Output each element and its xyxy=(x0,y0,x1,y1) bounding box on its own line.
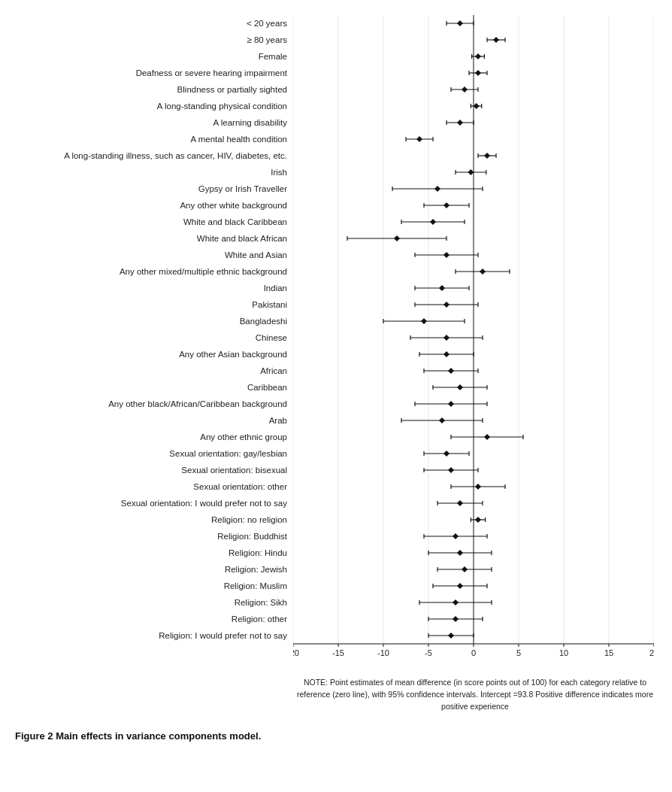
point-estimate xyxy=(475,70,481,76)
x-axis-tick-label: 15 xyxy=(604,648,613,657)
point-estimate xyxy=(475,517,481,523)
row-label: Gypsy or Irish Traveller xyxy=(198,181,287,197)
point-estimate xyxy=(457,20,463,26)
row-label: African xyxy=(260,363,287,379)
row-label: A long-standing physical condition xyxy=(157,98,287,114)
point-estimate xyxy=(462,566,468,572)
row-label: Religion: no religion xyxy=(211,511,287,528)
row-label: Pakistani xyxy=(252,296,287,313)
point-estimate xyxy=(394,235,400,241)
row-label: A learning disability xyxy=(213,114,287,131)
point-estimate xyxy=(457,384,463,390)
row-label: Religion: Hindu xyxy=(229,545,287,561)
x-axis-tick-label: -5 xyxy=(425,648,432,657)
point-estimate xyxy=(457,500,463,506)
row-label: Religion: Sikh xyxy=(235,594,287,611)
row-label: Sexual orientation: other xyxy=(193,478,287,495)
row-label: Female xyxy=(259,48,287,65)
point-estimate xyxy=(439,285,445,291)
row-label: Religion: Jewish xyxy=(225,561,287,578)
point-estimate xyxy=(430,219,436,225)
point-estimate xyxy=(448,467,454,473)
point-estimate xyxy=(421,318,427,324)
point-estimate xyxy=(480,269,486,275)
figure-caption: Figure 2 Main effects in variance compon… xyxy=(15,730,261,742)
point-estimate xyxy=(443,202,450,208)
row-label: White and black African xyxy=(197,230,287,247)
row-label: Bangladeshi xyxy=(240,313,287,329)
x-axis-tick-label: 20 xyxy=(649,648,654,657)
row-label: Caribbean xyxy=(247,379,287,396)
row-label: Any other mixed/multiple ethnic backgrou… xyxy=(120,263,287,280)
point-estimate xyxy=(443,351,450,357)
row-label: Sexual orientation: gay/lesbian xyxy=(169,445,287,462)
forest-plot-svg: -20-15-10-505101520 xyxy=(293,15,654,666)
point-estimate xyxy=(453,616,459,622)
plot-area: < 20 years≥ 80 yearsFemaleDeafness or se… xyxy=(15,15,657,666)
point-estimate xyxy=(475,53,481,59)
x-axis-tick-label: -15 xyxy=(332,648,344,657)
point-estimate xyxy=(457,583,463,589)
row-label: Religion: other xyxy=(232,611,287,627)
point-estimate xyxy=(493,37,499,43)
point-estimate xyxy=(453,599,459,605)
row-label: Blindness or partially sighted xyxy=(177,81,287,98)
point-estimate xyxy=(448,401,454,407)
point-estimate xyxy=(475,484,481,490)
row-label: A long-standing illness, such as cancer,… xyxy=(64,147,287,164)
point-estimate xyxy=(443,252,450,258)
row-label: Irish xyxy=(271,164,287,181)
graph-column: -20-15-10-505101520 xyxy=(293,15,657,666)
x-axis-tick-label: 5 xyxy=(516,648,521,657)
row-label: Any other black/African/Caribbean backgr… xyxy=(108,396,287,412)
x-axis-tick-label: 10 xyxy=(559,648,568,657)
point-estimate xyxy=(416,136,422,142)
row-label: < 20 years xyxy=(247,15,287,32)
point-estimate xyxy=(462,86,468,93)
point-estimate xyxy=(453,533,459,539)
point-estimate xyxy=(443,451,450,457)
point-estimate xyxy=(443,302,450,308)
point-estimate xyxy=(484,434,490,440)
row-label: Religion: I would prefer not to say xyxy=(159,627,287,644)
point-estimate xyxy=(448,633,454,639)
point-estimate xyxy=(484,153,490,159)
row-label: Arab xyxy=(269,412,287,429)
point-estimate xyxy=(439,417,445,423)
row-label: Any other ethnic group xyxy=(200,429,287,445)
row-label: Indian xyxy=(264,280,287,296)
row-label: Religion: Buddhist xyxy=(217,528,287,545)
row-label: ≥ 80 years xyxy=(247,32,287,48)
point-estimate xyxy=(468,169,474,175)
point-estimate xyxy=(474,103,480,109)
labels-column: < 20 years≥ 80 yearsFemaleDeafness or se… xyxy=(15,15,293,666)
x-axis-tick-label: 0 xyxy=(471,648,476,657)
row-label: Religion: Muslim xyxy=(224,578,287,594)
point-estimate xyxy=(434,186,440,192)
point-estimate xyxy=(443,335,450,341)
chart-note: NOTE: Point estimates of mean difference… xyxy=(293,677,657,712)
point-estimate xyxy=(448,368,454,374)
point-estimate xyxy=(457,550,463,556)
row-label: Deafness or severe hearing impairment xyxy=(136,65,287,81)
row-label: White and black Caribbean xyxy=(183,214,287,230)
row-label: Chinese xyxy=(256,329,287,346)
chart-container: < 20 years≥ 80 yearsFemaleDeafness or se… xyxy=(15,15,657,742)
x-axis-tick-label: -10 xyxy=(377,648,389,657)
x-axis-tick-label: -20 xyxy=(293,648,299,657)
row-label: Any other Asian background xyxy=(179,346,287,363)
row-label: Any other white background xyxy=(180,197,287,214)
row-label: Sexual orientation: I would prefer not t… xyxy=(121,495,287,511)
point-estimate xyxy=(457,120,463,126)
row-label: A mental health condition xyxy=(190,131,287,147)
row-label: White and Asian xyxy=(225,247,287,263)
row-label: Sexual orientation: bisexual xyxy=(181,462,287,478)
